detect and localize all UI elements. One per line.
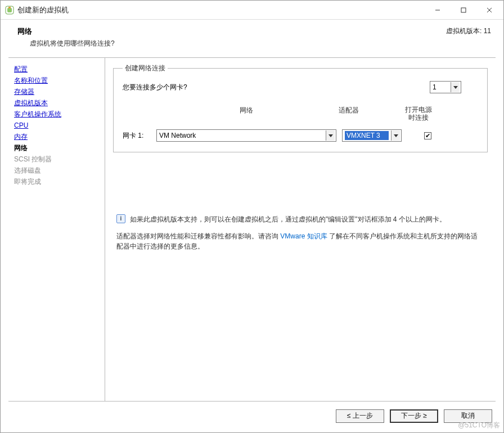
sidebar-item-vm-version[interactable]: 虚拟机版本 xyxy=(14,97,101,109)
page-title: 网络 xyxy=(17,26,115,37)
title-left: 创建新的虚拟机 xyxy=(5,5,69,15)
nic-1-network-value: VM Network xyxy=(159,132,323,139)
nic-count-row: 您要连接多少个网卡? 1 xyxy=(123,81,478,93)
nic-1-adapter-value: VMXNET 3 xyxy=(345,131,389,140)
info-tip-1-text: 如果此虚拟机版本支持，则可以在创建虚拟机之后，通过虚拟机的"编辑设置"对话框添加… xyxy=(130,214,446,224)
nic-1-network-select[interactable]: VM Network xyxy=(156,129,336,142)
sidebar-item-scsi: SCSI 控制器 xyxy=(14,154,101,165)
app-icon xyxy=(5,6,14,15)
back-button[interactable]: ≤ 上一步 xyxy=(336,409,384,423)
sidebar-item-network: 网络 xyxy=(14,142,101,154)
svg-rect-4 xyxy=(461,8,466,12)
sidebar-item-guest-os[interactable]: 客户机操作系统 xyxy=(14,109,101,120)
dropdown-arrow-icon xyxy=(451,82,460,92)
nic-count-select[interactable]: 1 xyxy=(430,81,461,93)
column-adapter: 适配器 xyxy=(336,106,403,121)
sidebar-item-name-location[interactable]: 名称和位置 xyxy=(14,75,101,86)
next-button[interactable]: 下一步 ≥ xyxy=(390,409,438,423)
wizard-content: 创建网络连接 您要连接多少个网卡? 1 网络 适配器 打开电源时连接 网卡 1: xyxy=(105,58,496,401)
info-tip-1: i 如果此虚拟机版本支持，则可以在创建虚拟机之后，通过虚拟机的"编辑设置"对话框… xyxy=(116,214,484,224)
sidebar-item-select-disk: 选择磁盘 xyxy=(14,165,101,176)
nic-1-row: 网卡 1: VM Network VMXNET 3 ✔ xyxy=(123,129,478,142)
sidebar-item-cpu[interactable]: CPU xyxy=(14,120,101,131)
dropdown-arrow-icon xyxy=(391,130,400,141)
wizard-header: 网络 虚拟机将使用哪些网络连接? 虚拟机版本: 11 xyxy=(1,20,503,54)
column-headers: 网络 适配器 打开电源时连接 xyxy=(123,106,478,121)
info-tip-2-pre: 适配器选择对网络性能和迁移兼容性都有影响。请咨询 xyxy=(116,232,280,240)
nic-count-value: 1 xyxy=(433,83,448,91)
nic-1-connect-checkbox[interactable]: ✔ xyxy=(424,132,431,139)
cancel-button[interactable]: 取消 xyxy=(444,409,492,423)
groupbox-legend: 创建网络连接 xyxy=(123,64,168,73)
nic-1-connect-cell: ✔ xyxy=(412,132,443,139)
vm-version-label: 虚拟机版本: 11 xyxy=(446,26,491,36)
sidebar-item-storage[interactable]: 存储器 xyxy=(14,86,101,97)
column-power-on-connect: 打开电源时连接 xyxy=(403,106,434,121)
window-title: 创建新的虚拟机 xyxy=(17,5,69,15)
sidebar-item-ready: 即将完成 xyxy=(14,176,101,187)
page-subtitle: 虚拟机将使用哪些网络连接? xyxy=(30,39,115,48)
header-left: 网络 虚拟机将使用哪些网络连接? xyxy=(17,26,115,48)
nic-1-label: 网卡 1: xyxy=(123,131,156,141)
minimize-button[interactable] xyxy=(425,2,451,19)
close-button[interactable] xyxy=(476,2,502,19)
wizard-footer: ≤ 上一步 下一步 ≥ 取消 xyxy=(8,401,496,430)
network-groupbox: 创建网络连接 您要连接多少个网卡? 1 网络 适配器 打开电源时连接 网卡 1: xyxy=(113,64,488,152)
titlebar: 创建新的虚拟机 xyxy=(1,1,503,20)
column-network: 网络 xyxy=(156,106,336,121)
nic-1-adapter-select[interactable]: VMXNET 3 xyxy=(342,129,402,142)
nic-count-label: 您要连接多少个网卡? xyxy=(123,83,430,92)
info-tip-2: 适配器选择对网络性能和迁移兼容性都有影响。请咨询 VMware 知识库 了解在不… xyxy=(116,231,484,251)
sidebar-item-configuration[interactable]: 配置 xyxy=(14,64,101,75)
svg-rect-2 xyxy=(8,7,11,8)
vmware-kb-link[interactable]: VMware 知识库 xyxy=(280,232,327,240)
maximize-button[interactable] xyxy=(451,2,476,19)
dropdown-arrow-icon xyxy=(326,130,335,141)
wizard-window: 创建新的虚拟机 网络 虚拟机将使用哪些网络连接? 虚拟机版本: 11 配置 名称… xyxy=(0,0,504,433)
info-icon: i xyxy=(116,214,125,223)
wizard-steps-sidebar: 配置 名称和位置 存储器 虚拟机版本 客户机操作系统 CPU 内存 网络 SCS… xyxy=(8,58,105,401)
svg-rect-1 xyxy=(7,8,12,12)
window-controls xyxy=(425,2,502,19)
info-block: i 如果此虚拟机版本支持，则可以在创建虚拟机之后，通过虚拟机的"编辑设置"对话框… xyxy=(113,214,488,251)
sidebar-item-memory[interactable]: 内存 xyxy=(14,131,101,142)
wizard-body: 配置 名称和位置 存储器 虚拟机版本 客户机操作系统 CPU 内存 网络 SCS… xyxy=(8,57,496,401)
